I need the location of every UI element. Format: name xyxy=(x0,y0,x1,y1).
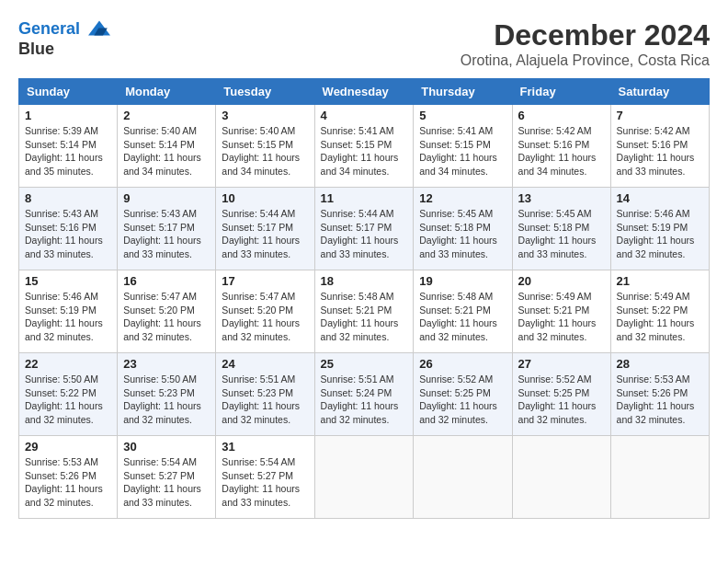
day-number: 29 xyxy=(25,440,111,454)
day-number: 9 xyxy=(123,191,210,205)
weekday-sunday: Sunday xyxy=(19,79,118,105)
day-info: Sunrise: 5:42 AMSunset: 5:16 PMDaylight:… xyxy=(518,124,605,178)
week-row-1: 1 Sunrise: 5:39 AMSunset: 5:14 PMDayligh… xyxy=(19,105,710,188)
title-block: December 2024 Orotina, Alajuela Province… xyxy=(461,18,710,69)
day-info: Sunrise: 5:49 AMSunset: 5:22 PMDaylight:… xyxy=(617,290,703,344)
day-info: Sunrise: 5:52 AMSunset: 5:25 PMDaylight:… xyxy=(518,373,605,427)
calendar-cell: 16 Sunrise: 5:47 AMSunset: 5:20 PMDaylig… xyxy=(118,270,216,353)
calendar-cell: 22 Sunrise: 5:50 AMSunset: 5:22 PMDaylig… xyxy=(19,353,118,436)
week-row-3: 15 Sunrise: 5:46 AMSunset: 5:19 PMDaylig… xyxy=(19,270,710,353)
day-number: 11 xyxy=(321,191,408,205)
calendar-cell: 2 Sunrise: 5:40 AMSunset: 5:14 PMDayligh… xyxy=(118,105,216,188)
day-number: 8 xyxy=(25,191,111,205)
day-number: 10 xyxy=(222,191,308,205)
calendar-cell xyxy=(610,436,709,519)
calendar-cell: 20 Sunrise: 5:49 AMSunset: 5:21 PMDaylig… xyxy=(512,270,610,353)
calendar-cell: 9 Sunrise: 5:43 AMSunset: 5:17 PMDayligh… xyxy=(118,188,216,270)
calendar-cell: 26 Sunrise: 5:52 AMSunset: 5:25 PMDaylig… xyxy=(414,353,512,436)
day-number: 6 xyxy=(518,109,605,122)
day-number: 12 xyxy=(419,191,506,205)
day-info: Sunrise: 5:49 AMSunset: 5:21 PMDaylight:… xyxy=(518,290,605,344)
day-info: Sunrise: 5:41 AMSunset: 5:15 PMDaylight:… xyxy=(321,124,408,178)
weekday-thursday: Thursday xyxy=(414,79,512,105)
day-info: Sunrise: 5:51 AMSunset: 5:23 PMDaylight:… xyxy=(222,373,308,427)
day-info: Sunrise: 5:41 AMSunset: 5:15 PMDaylight:… xyxy=(419,124,506,178)
calendar-cell: 17 Sunrise: 5:47 AMSunset: 5:20 PMDaylig… xyxy=(216,270,314,353)
calendar-cell: 7 Sunrise: 5:42 AMSunset: 5:16 PMDayligh… xyxy=(610,105,709,188)
day-number: 18 xyxy=(321,274,408,288)
calendar-cell: 4 Sunrise: 5:41 AMSunset: 5:15 PMDayligh… xyxy=(314,105,414,188)
calendar-cell: 12 Sunrise: 5:45 AMSunset: 5:18 PMDaylig… xyxy=(414,188,512,270)
day-number: 24 xyxy=(222,357,308,371)
calendar-cell: 21 Sunrise: 5:49 AMSunset: 5:22 PMDaylig… xyxy=(610,270,709,353)
calendar-cell: 29 Sunrise: 5:53 AMSunset: 5:26 PMDaylig… xyxy=(19,436,118,519)
calendar-cell: 1 Sunrise: 5:39 AMSunset: 5:14 PMDayligh… xyxy=(19,105,118,188)
day-info: Sunrise: 5:50 AMSunset: 5:23 PMDaylight:… xyxy=(123,373,210,427)
day-number: 1 xyxy=(25,109,111,122)
day-info: Sunrise: 5:48 AMSunset: 5:21 PMDaylight:… xyxy=(419,290,506,344)
day-number: 5 xyxy=(419,109,506,122)
day-number: 21 xyxy=(617,274,703,288)
day-number: 13 xyxy=(518,191,605,205)
day-info: Sunrise: 5:54 AMSunset: 5:27 PMDaylight:… xyxy=(123,455,210,510)
calendar-cell xyxy=(314,436,414,519)
day-info: Sunrise: 5:53 AMSunset: 5:26 PMDaylight:… xyxy=(25,455,111,510)
day-info: Sunrise: 5:40 AMSunset: 5:15 PMDaylight:… xyxy=(222,124,308,178)
calendar-cell: 10 Sunrise: 5:44 AMSunset: 5:17 PMDaylig… xyxy=(216,188,314,270)
day-info: Sunrise: 5:43 AMSunset: 5:17 PMDaylight:… xyxy=(123,207,210,261)
calendar-table: SundayMondayTuesdayWednesdayThursdayFrid… xyxy=(18,78,710,519)
day-number: 30 xyxy=(123,440,210,454)
calendar-cell: 25 Sunrise: 5:51 AMSunset: 5:24 PMDaylig… xyxy=(314,353,414,436)
day-number: 19 xyxy=(419,274,506,288)
day-info: Sunrise: 5:51 AMSunset: 5:24 PMDaylight:… xyxy=(321,373,408,427)
day-number: 4 xyxy=(321,109,408,122)
day-number: 14 xyxy=(617,191,703,205)
calendar-cell: 30 Sunrise: 5:54 AMSunset: 5:27 PMDaylig… xyxy=(118,436,216,519)
day-number: 25 xyxy=(321,357,408,371)
day-number: 3 xyxy=(222,109,308,122)
day-info: Sunrise: 5:40 AMSunset: 5:14 PMDaylight:… xyxy=(123,124,210,178)
day-number: 7 xyxy=(617,109,703,122)
day-info: Sunrise: 5:46 AMSunset: 5:19 PMDaylight:… xyxy=(617,207,703,261)
calendar-cell: 24 Sunrise: 5:51 AMSunset: 5:23 PMDaylig… xyxy=(216,353,314,436)
week-row-2: 8 Sunrise: 5:43 AMSunset: 5:16 PMDayligh… xyxy=(19,188,710,270)
calendar-cell: 31 Sunrise: 5:54 AMSunset: 5:27 PMDaylig… xyxy=(216,436,314,519)
weekday-friday: Friday xyxy=(512,79,610,105)
weekday-tuesday: Tuesday xyxy=(216,79,314,105)
day-info: Sunrise: 5:52 AMSunset: 5:25 PMDaylight:… xyxy=(419,373,506,427)
day-number: 23 xyxy=(123,357,210,371)
calendar-cell: 23 Sunrise: 5:50 AMSunset: 5:23 PMDaylig… xyxy=(118,353,216,436)
calendar-cell: 14 Sunrise: 5:46 AMSunset: 5:19 PMDaylig… xyxy=(610,188,709,270)
day-number: 28 xyxy=(617,357,703,371)
calendar-cell: 8 Sunrise: 5:43 AMSunset: 5:16 PMDayligh… xyxy=(19,188,118,270)
day-info: Sunrise: 5:44 AMSunset: 5:17 PMDaylight:… xyxy=(321,207,408,261)
day-number: 2 xyxy=(123,109,210,122)
day-number: 16 xyxy=(123,274,210,288)
calendar-cell: 6 Sunrise: 5:42 AMSunset: 5:16 PMDayligh… xyxy=(512,105,610,188)
calendar-cell: 3 Sunrise: 5:40 AMSunset: 5:15 PMDayligh… xyxy=(216,105,314,188)
calendar-cell: 13 Sunrise: 5:45 AMSunset: 5:18 PMDaylig… xyxy=(512,188,610,270)
day-number: 20 xyxy=(518,274,605,288)
page-header: General Blue December 2024 Orotina, Alaj… xyxy=(18,18,710,69)
day-info: Sunrise: 5:45 AMSunset: 5:18 PMDaylight:… xyxy=(518,207,605,261)
day-number: 22 xyxy=(25,357,111,371)
week-row-4: 22 Sunrise: 5:50 AMSunset: 5:22 PMDaylig… xyxy=(19,353,710,436)
day-info: Sunrise: 5:42 AMSunset: 5:16 PMDaylight:… xyxy=(617,124,703,178)
weekday-header-row: SundayMondayTuesdayWednesdayThursdayFrid… xyxy=(19,79,710,105)
day-info: Sunrise: 5:54 AMSunset: 5:27 PMDaylight:… xyxy=(222,455,308,510)
calendar-body: 1 Sunrise: 5:39 AMSunset: 5:14 PMDayligh… xyxy=(19,105,710,519)
calendar-cell: 27 Sunrise: 5:52 AMSunset: 5:25 PMDaylig… xyxy=(512,353,610,436)
calendar-cell xyxy=(414,436,512,519)
month-title: December 2024 xyxy=(461,18,710,52)
day-number: 17 xyxy=(222,274,308,288)
location: Orotina, Alajuela Province, Costa Rica xyxy=(461,52,710,69)
day-info: Sunrise: 5:53 AMSunset: 5:26 PMDaylight:… xyxy=(617,373,703,427)
day-info: Sunrise: 5:46 AMSunset: 5:19 PMDaylight:… xyxy=(25,290,111,344)
logo: General Blue xyxy=(18,18,110,59)
day-info: Sunrise: 5:45 AMSunset: 5:18 PMDaylight:… xyxy=(419,207,506,261)
day-number: 27 xyxy=(518,357,605,371)
day-number: 31 xyxy=(222,440,308,454)
calendar-cell: 11 Sunrise: 5:44 AMSunset: 5:17 PMDaylig… xyxy=(314,188,414,270)
logo-text: General Blue xyxy=(18,18,110,59)
day-info: Sunrise: 5:47 AMSunset: 5:20 PMDaylight:… xyxy=(123,290,210,344)
